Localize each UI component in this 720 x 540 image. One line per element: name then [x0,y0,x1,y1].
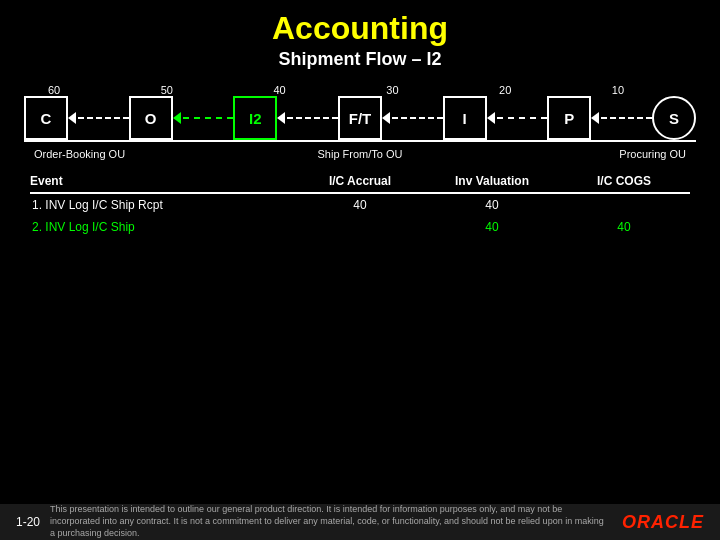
footer: 1-20 This presentation is intended to ou… [0,504,720,540]
table-row: 2. INV Log I/C Ship4040 [30,216,690,238]
th-inv: Inv Valuation [426,174,558,193]
arrow-i-p [487,112,548,124]
table-section: Event I/C Accrual Inv Valuation I/C COGS… [30,174,690,238]
dashed-c-o [78,117,129,119]
cell-event: 2. INV Log I/C Ship [30,216,294,238]
node-numbers: 60 50 40 30 20 10 [20,84,700,96]
node-num-40: 40 [256,84,304,96]
event-table: Event I/C Accrual Inv Valuation I/C COGS… [30,174,690,238]
cell-accrual: 40 [294,193,426,216]
oracle-logo: ORACLE [622,512,704,533]
node-ft: F/T [338,96,382,140]
arrowhead-ft-i [382,112,390,124]
dashed-i-p [497,117,548,119]
bottom-line [24,140,696,142]
cell-cogs: 40 [558,216,690,238]
arrowhead-i-p [487,112,495,124]
node-s: S [652,96,696,140]
cell-inv: 40 [426,216,558,238]
cell-cogs [558,193,690,216]
node-i2: I2 [233,96,277,140]
flow-row: C O I2 [20,96,700,140]
th-accrual: I/C Accrual [294,174,426,193]
th-event: Event [30,174,294,193]
node-o: O [129,96,173,140]
label-ship-from-to: Ship From/To OU [251,148,468,160]
dashed-o-i2 [183,117,234,119]
node-p: P [547,96,591,140]
sub-title: Shipment Flow – I2 [0,49,720,70]
dashed-p-s [601,117,652,119]
dashed-i2-ft [287,117,338,119]
table-header-row: Event I/C Accrual Inv Valuation I/C COGS [30,174,690,193]
labels-row: Order-Booking OU Ship From/To OU Procuri… [24,148,696,160]
arrowhead-p-s [591,112,599,124]
label-order-booking: Order-Booking OU [24,148,251,160]
footer-disclaimer: This presentation is intended to outline… [50,504,606,539]
page-wrapper: Accounting Shipment Flow – I2 60 50 40 3… [0,0,720,540]
dashed-ft-i [392,117,443,119]
flow-section: 60 50 40 30 20 10 C [20,84,700,160]
th-cogs: I/C COGS [558,174,690,193]
arrowhead-c-o [68,112,76,124]
arrow-i2-ft [277,112,338,124]
arrowhead-i2-ft [277,112,285,124]
arrow-ft-i [382,112,443,124]
label-procuring: Procuring OU [469,148,696,160]
arrow-c-o [68,112,129,124]
node-i: I [443,96,487,140]
cell-event: 1. INV Log I/C Ship Rcpt [30,193,294,216]
header: Accounting Shipment Flow – I2 [0,0,720,74]
node-c: C [24,96,68,140]
table-row: 1. INV Log I/C Ship Rcpt4040 [30,193,690,216]
cell-inv: 40 [426,193,558,216]
node-num-20: 20 [481,84,529,96]
main-title: Accounting [0,10,720,47]
node-num-50: 50 [143,84,191,96]
node-num-60: 60 [30,84,78,96]
node-num-30: 30 [368,84,416,96]
page-number: 1-20 [16,515,40,529]
arrow-o-i2 [173,112,234,124]
arrowhead-o-i2 [173,112,181,124]
arrow-p-s [591,112,652,124]
node-num-10: 10 [594,84,642,96]
cell-accrual [294,216,426,238]
